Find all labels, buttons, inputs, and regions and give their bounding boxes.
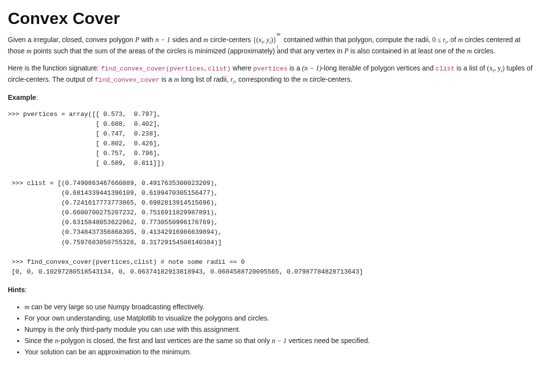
text: contained within that polygon, compute t… [282, 36, 432, 44]
text: , of [447, 36, 458, 44]
text: long list of radii, [179, 75, 231, 83]
text: is also contained in at least one of the [349, 47, 467, 55]
math-r: ri [231, 76, 235, 83]
polygon-symbol: P [135, 36, 140, 44]
example-label: Example: [8, 92, 538, 103]
hint-item-3: Numpy is the only third-party module you… [24, 324, 538, 335]
text: Given a irregular, closed, convex polygo… [8, 36, 135, 44]
text: points such that the sum of the areas of… [31, 47, 344, 55]
code-fn-signature: find_convex_cover(pvertices,clist) [101, 65, 231, 72]
polygon-symbol: P [344, 47, 349, 55]
text: Here is the function signature: [8, 64, 101, 72]
text: Since the [24, 337, 55, 345]
text: where [231, 64, 253, 72]
hint-item-4: Since the n-polygon is closed, the first… [24, 336, 538, 346]
intro-paragraph-1: Given a irregular, closed, convex polygo… [8, 35, 538, 56]
text: -polygon is closed, the first and last v… [58, 337, 272, 345]
text: can be very large so use Numpy broadcast… [29, 303, 204, 311]
math-n-minus-1: n − 1 [272, 337, 286, 345]
signature-paragraph: Here is the function signature: find_con… [8, 63, 538, 86]
text: circle-centers [208, 36, 253, 44]
text: circle-centers. [308, 75, 352, 83]
text: is a list of [454, 64, 487, 72]
hint-item-1: m can be very large so use Numpy broadca… [24, 302, 538, 312]
text: vertices need be specified. [287, 337, 370, 345]
math-set: {(xi, yi)}mi [253, 36, 282, 44]
text: sides and [170, 36, 204, 44]
text: is a [287, 64, 302, 72]
math-m: m [26, 47, 31, 55]
text: , corresponding to the [235, 75, 303, 83]
code-pvertices: pvertices [253, 65, 287, 72]
math-m: m [203, 36, 208, 44]
math-m: m [174, 76, 179, 83]
hints-list: m can be very large so use Numpy broadca… [8, 302, 538, 357]
text: with [140, 36, 156, 44]
code-fn: find_convex_cover [95, 76, 160, 84]
math-m: m [467, 47, 472, 55]
text: is a [160, 75, 174, 83]
math-n-minus-1-paren: (n − 1) [302, 65, 322, 72]
page-title: Convex Cover [8, 6, 538, 31]
math-m: m [24, 303, 29, 311]
hint-item-5: Your solution can be an approximation to… [24, 347, 538, 357]
math-tuple: (xi, yi) [487, 65, 505, 72]
math-m: m [458, 36, 463, 44]
math-n-minus-1: n − 1 [155, 36, 170, 44]
code-block-example: >>> pvertices = array([[ 0.573, 0.797], … [8, 110, 538, 277]
math-m: m [303, 76, 308, 83]
text: -long iterable of polygon vertices and [322, 64, 436, 72]
text: circles. [472, 47, 495, 55]
hint-item-2: For your own understanding, use Matplotl… [24, 313, 538, 323]
code-clist: clist [435, 65, 454, 72]
math-ineq: 0 ≤ ri [432, 36, 447, 44]
hints-label: Hints: [8, 285, 538, 295]
